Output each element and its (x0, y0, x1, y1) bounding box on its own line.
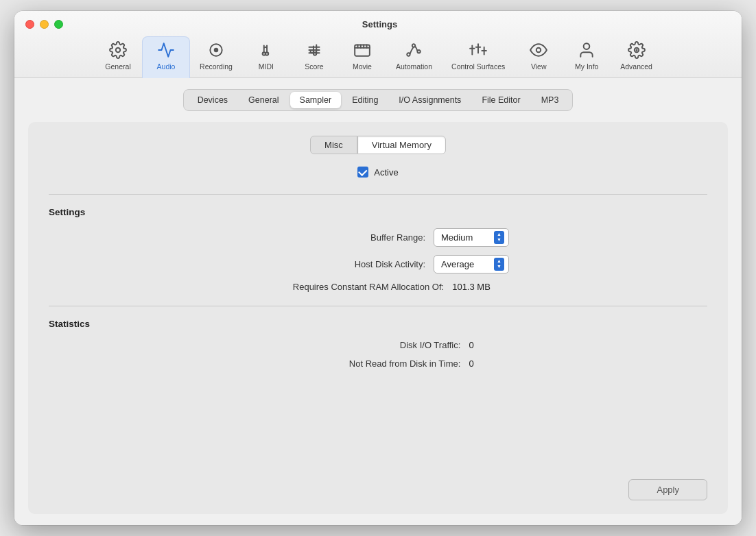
disk-io-value: 0 (469, 340, 473, 350)
buffer-range-row: Buffer Range: Medium (49, 228, 707, 247)
toolbar-control-surfaces-label: Control Surfaces (451, 62, 505, 71)
host-disk-value: Average (441, 259, 490, 269)
toolbar-item-view[interactable]: View (515, 37, 563, 77)
active-row: Active (49, 167, 707, 178)
toolbar-item-my-info[interactable]: My Info (563, 37, 611, 77)
buffer-range-value: Medium (441, 232, 490, 243)
svg-point-10 (314, 52, 316, 55)
toolbar-item-general[interactable]: General (94, 37, 142, 77)
not-read-row: Not Read from Disk in Time: 0 (49, 358, 707, 369)
svg-point-2 (214, 48, 219, 53)
buffer-range-label: Buffer Range: (247, 232, 425, 243)
toolbar-item-recording[interactable]: Recording (190, 37, 242, 77)
toolbar-item-movie[interactable]: Movie (338, 37, 386, 77)
toolbar-advanced-label: Advanced (620, 62, 652, 71)
tab-sampler[interactable]: Sampler (290, 92, 342, 108)
statistics-title: Statistics (49, 319, 707, 329)
tab-general[interactable]: General (239, 92, 288, 108)
window-title: Settings (63, 19, 696, 29)
tab-devices[interactable]: Devices (188, 92, 237, 108)
host-disk-stepper[interactable] (494, 258, 504, 271)
title-bar: Settings General Audio (14, 11, 742, 78)
toolbar-recording-label: Recording (200, 62, 233, 71)
tab-file-editor[interactable]: File Editor (472, 92, 530, 108)
ram-label: Requires Constant RAM Allocation Of: (265, 282, 444, 292)
sub-tab-misc[interactable]: Misc (310, 136, 357, 154)
not-read-label: Not Read from Disk in Time: (282, 358, 460, 369)
audio-icon (157, 41, 175, 59)
statistics-section: Statistics Disk I/O Traffic: 0 Not Read … (49, 319, 707, 377)
settings-divider (49, 194, 707, 195)
statistics-divider (49, 306, 707, 306)
score-icon (305, 41, 323, 59)
host-disk-activity-row: Host Disk Activity: Average (49, 255, 707, 273)
movie-icon (353, 41, 371, 59)
toolbar-my-info-label: My Info (575, 62, 598, 71)
settings-window: Settings General Audio (14, 11, 742, 525)
not-read-value: 0 (469, 358, 473, 369)
buffer-range-select[interactable]: Medium (434, 228, 509, 247)
ram-value: 101.3 MB (452, 282, 491, 292)
ram-allocation-row: Requires Constant RAM Allocation Of: 101… (49, 282, 707, 292)
toolbar-audio-label: Audio (157, 62, 176, 71)
svg-point-0 (116, 48, 121, 53)
svg-rect-12 (355, 45, 370, 56)
buffer-range-stepper[interactable] (494, 231, 504, 244)
svg-point-6 (265, 52, 268, 55)
toolbar-item-audio[interactable]: Audio (142, 36, 190, 78)
toolbar-item-automation[interactable]: Automation (386, 37, 442, 77)
control-surfaces-icon (469, 41, 487, 59)
svg-point-27 (536, 48, 541, 53)
toolbar-automation-label: Automation (396, 62, 432, 71)
minimize-button[interactable] (40, 20, 49, 29)
toolbar: General Audio Recording (25, 36, 731, 77)
gear-icon (109, 41, 127, 59)
toolbar-midi-label: MIDI (259, 62, 274, 71)
toolbar-general-label: General (105, 62, 130, 71)
advanced-icon (628, 41, 646, 59)
apply-button[interactable]: Apply (628, 479, 707, 500)
sub-tabs-row: Misc Virtual Memory (49, 136, 707, 154)
tab-editing[interactable]: Editing (342, 92, 388, 108)
tabs-row: Devices General Sampler Editing I/O Assi… (183, 89, 574, 111)
view-icon (530, 41, 547, 59)
settings-section: Settings Buffer Range: Medium Host Disk … (49, 207, 707, 300)
active-label: Active (374, 167, 398, 178)
disk-io-row: Disk I/O Traffic: 0 (49, 340, 707, 350)
toolbar-item-advanced[interactable]: Advanced (611, 37, 662, 77)
tab-io-assignments[interactable]: I/O Assignments (389, 92, 471, 108)
toolbar-item-control-surfaces[interactable]: Control Surfaces (442, 37, 515, 77)
tab-mp3[interactable]: MP3 (532, 92, 569, 108)
maximize-button[interactable] (54, 20, 63, 29)
settings-title: Settings (49, 207, 707, 217)
toolbar-item-midi[interactable]: MIDI (242, 37, 290, 77)
close-button[interactable] (25, 20, 34, 29)
midi-icon (257, 41, 275, 59)
toolbar-score-label: Score (305, 62, 323, 71)
active-checkbox[interactable] (357, 167, 368, 178)
person-icon (578, 41, 595, 59)
svg-point-30 (635, 49, 637, 51)
svg-point-11 (311, 50, 314, 53)
host-disk-select[interactable]: Average (434, 255, 509, 273)
automation-icon (405, 41, 423, 59)
main-panel: Misc Virtual Memory Active Settings Buff… (28, 122, 728, 514)
toolbar-item-score[interactable]: Score (290, 37, 338, 77)
sub-tab-virtual-memory[interactable]: Virtual Memory (357, 136, 446, 154)
toolbar-movie-label: Movie (353, 62, 372, 71)
toolbar-view-label: View (531, 62, 547, 71)
svg-point-28 (584, 43, 590, 49)
host-disk-label: Host Disk Activity: (247, 259, 425, 269)
content-area: Devices General Sampler Editing I/O Assi… (14, 78, 742, 525)
disk-io-label: Disk I/O Traffic: (282, 340, 460, 350)
record-icon (207, 41, 225, 59)
window-controls (25, 20, 63, 29)
